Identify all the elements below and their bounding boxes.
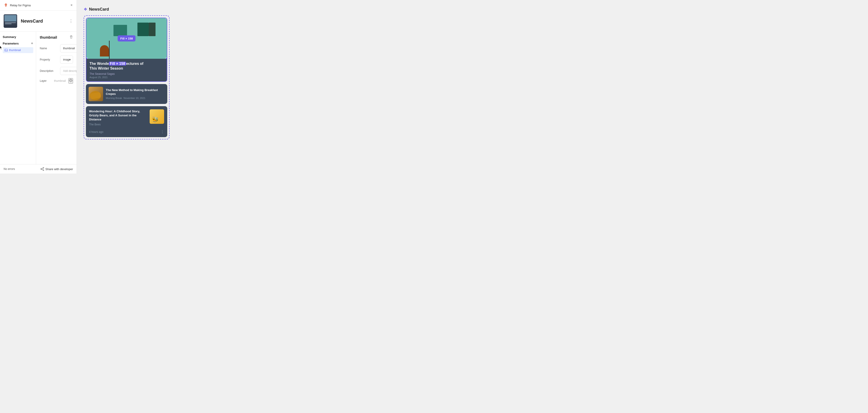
detail-panel: thumbnail Name Property image-conte: [36, 32, 76, 164]
thumbnail-inner: [4, 14, 17, 28]
handle-bottom-right: [166, 58, 167, 59]
featured-source: The Seasonal Sagas: [90, 72, 164, 75]
svg-point-2: [5, 50, 6, 50]
no-errors-label: No errors: [4, 167, 15, 170]
canvas-title: NewsCard: [89, 7, 109, 12]
compact-meta-crepes: Morning Break November 10, 2021: [106, 97, 164, 99]
svg-line-13: [41, 169, 43, 170]
img-shutter: [149, 23, 156, 36]
newscard-container: Fill × 158 The WondeFill × 158ectures of…: [84, 15, 169, 139]
description-field-row: Description: [40, 67, 73, 75]
param-label-thumbnail: thumbnail: [9, 49, 21, 52]
featured-title: The WondeFill × 158ectures ofThis Winter…: [90, 61, 164, 71]
img-window-2: [137, 23, 149, 36]
crepes-image: [89, 87, 103, 101]
compact-title-crepes: The New Method to Making Breakfast Crepe…: [106, 88, 164, 96]
params-header: Parameters +: [3, 41, 33, 45]
add-parameter-button[interactable]: +: [31, 41, 33, 45]
svg-line-12: [41, 168, 43, 169]
relay-icon: [4, 3, 8, 7]
thumb-mini-image: [4, 15, 16, 22]
close-button[interactable]: ×: [70, 3, 73, 8]
fill-tooltip: Fill × 158: [118, 35, 135, 41]
bottom-bar: No errors Share with developer: [0, 164, 76, 173]
bee-thumb: 🐝: [150, 109, 164, 124]
bee-time: 4 hours ago: [89, 130, 103, 133]
more-button[interactable]: ⋮: [69, 19, 73, 24]
name-input[interactable]: [60, 44, 76, 53]
component-thumbnail: [4, 14, 17, 28]
target-button[interactable]: [68, 78, 73, 84]
layer-field-row: Layer thumbnail: [40, 78, 73, 84]
app-title: Relay for Figma: [10, 4, 31, 7]
img-pole: [109, 41, 110, 59]
target-icon: [69, 78, 72, 82]
property-label: Property: [40, 58, 60, 61]
component-badge-icon: ❖: [84, 7, 87, 12]
thumb-mini-lines: [4, 22, 16, 25]
card-more-button[interactable]: ⋮: [160, 130, 164, 134]
handle-bottom-left: [86, 58, 88, 59]
svg-point-9: [43, 167, 44, 168]
img-arch: [100, 45, 109, 57]
panel-header: Relay for Figma ×: [0, 0, 76, 11]
name-field-row: Name: [40, 44, 73, 53]
svg-point-3: [69, 79, 72, 82]
description-label: Description: [40, 69, 60, 72]
crepe-plate: [90, 91, 101, 100]
name-label: Name: [40, 47, 60, 50]
canvas-area: ❖ NewsCard Fill × 158: [77, 0, 309, 173]
crepes-date: November 10, 2021: [124, 97, 146, 99]
delete-button[interactable]: [69, 35, 73, 40]
thumb-line-2: [5, 24, 11, 24]
bee-footer: 4 hours ago ⋮: [89, 130, 164, 134]
share-icon: [40, 167, 44, 171]
image-icon: [4, 49, 8, 52]
property-select-wrapper: image-content text-content boolean ▾: [60, 56, 73, 64]
compact-card-crepes: The New Method to Making Breakfast Crepe…: [86, 84, 167, 104]
share-button[interactable]: Share with developer: [40, 167, 73, 171]
handle-top-right: [166, 18, 167, 19]
summary-title: Summary: [3, 35, 33, 39]
thumb-line-1: [5, 22, 16, 23]
svg-point-4: [70, 80, 71, 81]
component-name: NewsCard: [21, 19, 43, 24]
img-window-1: [114, 25, 127, 36]
panel-body: Summary Parameters + thumbnail: [0, 32, 76, 164]
featured-content: The WondeFill × 158ectures ofThis Winter…: [86, 59, 167, 81]
svg-point-0: [5, 6, 6, 7]
svg-point-10: [41, 168, 41, 169]
canvas-header: ❖ NewsCard: [84, 7, 109, 12]
cursor-icon: [0, 45, 3, 51]
svg-rect-1: [5, 49, 7, 51]
trash-icon: [69, 35, 73, 39]
parameters-title: Parameters: [3, 42, 19, 45]
share-label: Share with developer: [45, 167, 73, 171]
layer-label: Layer: [40, 79, 51, 83]
param-sidebar: Summary Parameters + thumbnail: [0, 32, 36, 164]
detail-header: thumbnail: [40, 35, 73, 40]
param-item-thumbnail[interactable]: thumbnail: [3, 47, 33, 53]
featured-date: August 25, 2021: [90, 76, 164, 78]
featured-image: Fill × 158: [86, 18, 167, 59]
featured-card: Fill × 158 The WondeFill × 158ectures of…: [86, 18, 167, 82]
handle-top-left: [86, 18, 88, 19]
description-input[interactable]: [60, 67, 76, 75]
compact-thumb-crepes: [89, 87, 103, 101]
bee-emoji: 🐝: [152, 116, 159, 123]
panel-header-left: Relay for Figma: [4, 3, 31, 7]
layer-value: thumbnail: [51, 79, 68, 83]
bee-card: Wondering Hour: A Childhood Story, Grizz…: [86, 106, 167, 137]
bee-card-inner: Wondering Hour: A Childhood Story, Grizz…: [89, 109, 164, 128]
bee-title: Wondering Hour: A Childhood Story, Grizz…: [89, 109, 147, 122]
fill-highlight: Fill × 158: [109, 62, 126, 65]
bee-card-text: Wondering Hour: A Childhood Story, Grizz…: [89, 109, 147, 128]
compact-content-crepes: The New Method to Making Breakfast Crepe…: [106, 88, 164, 100]
bee-source: The Bees: [89, 123, 147, 126]
left-panel: Relay for Figma × NewsCard ⋮ Summary Par…: [0, 0, 77, 173]
property-select[interactable]: image-content text-content boolean: [60, 56, 73, 64]
svg-point-11: [43, 170, 44, 170]
property-field-row: Property image-content text-content bool…: [40, 56, 73, 64]
crepes-source: Morning Break: [106, 97, 122, 99]
component-preview: NewsCard ⋮: [0, 11, 76, 32]
